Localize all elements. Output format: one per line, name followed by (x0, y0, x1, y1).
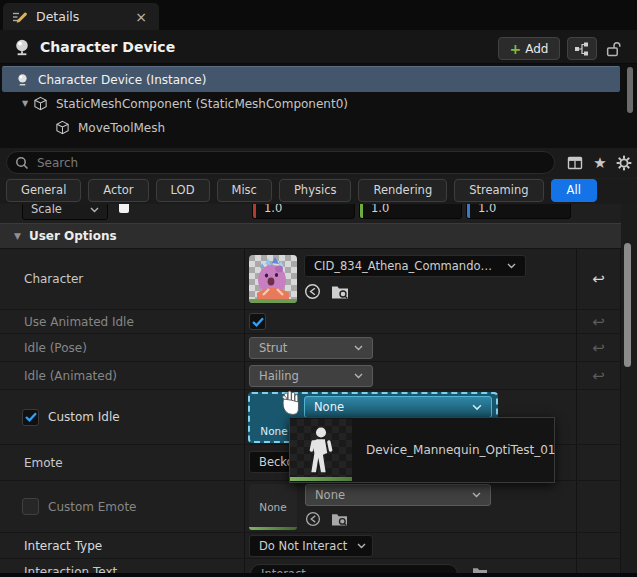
columns-icon[interactable] (566, 154, 584, 172)
reset-cell[interactable]: ↩ (577, 249, 621, 309)
custom-emote-thumbnail[interactable]: None (249, 484, 297, 530)
chevron-down-icon[interactable]: ▼ (20, 99, 30, 108)
property-label: Custom Emote (48, 500, 137, 514)
scale-lock-toggle[interactable] (119, 204, 129, 213)
tab-actor[interactable]: Actor (88, 179, 148, 202)
gear-icon[interactable] (615, 154, 633, 172)
custom-idle-value: None (314, 400, 344, 414)
mesh-cube-icon (33, 96, 49, 112)
custom-idle-dropdown[interactable]: None (304, 396, 492, 418)
custom-idle-checkbox[interactable] (22, 409, 39, 426)
scrollbar-track[interactable] (621, 204, 637, 577)
reset-to-default-icon[interactable]: ↩ (592, 313, 605, 331)
y-axis-color-bar (360, 204, 363, 218)
close-icon[interactable]: × (131, 10, 151, 24)
tab-rendering[interactable]: Rendering (358, 179, 447, 202)
character-thumbnail[interactable] (249, 255, 297, 303)
tree-scrollbar[interactable] (627, 67, 633, 113)
asset-type-color-strip (290, 477, 352, 481)
search-input[interactable] (35, 155, 519, 171)
property-label-group: Custom Emote (0, 481, 245, 532)
browse-asset-icon[interactable] (331, 512, 348, 531)
interact-type-value: Do Not Interact (259, 539, 347, 553)
tab-details[interactable]: Details × (3, 3, 159, 30)
reset-to-default-icon[interactable]: ↩ (592, 339, 605, 357)
reset-cell[interactable]: ↩ (577, 334, 621, 361)
tree-item-instance[interactable]: Character Device (Instance) (2, 66, 620, 92)
star-icon[interactable]: ★ (591, 154, 609, 172)
device-orb-icon (12, 37, 32, 57)
details-pencil-icon (11, 8, 29, 26)
property-value: Strut (246, 334, 577, 361)
node-graph-button[interactable] (567, 37, 597, 60)
scale-y-field[interactable]: 1.0 (359, 204, 462, 219)
mannequin-thumbnail (290, 419, 352, 481)
thumb-none-label: None (260, 425, 287, 437)
reset-cell (577, 445, 621, 480)
device-orb-icon (15, 72, 31, 88)
drag-asset-tooltip: Device_Mannequin_OptiTest_01 (289, 417, 555, 483)
scale-z-field[interactable]: 1.0 (466, 204, 571, 219)
tree-item-label: StaticMeshComponent (StaticMeshComponent… (56, 97, 348, 111)
custom-emote-dropdown[interactable]: None (305, 484, 491, 506)
row-custom-emote: Custom Emote None None (0, 481, 637, 533)
tab-general[interactable]: General (6, 179, 81, 202)
use-asset-icon[interactable] (304, 283, 321, 304)
search-box[interactable] (6, 151, 555, 174)
tab-bar: Details × (0, 0, 637, 30)
tree-item-staticmesh[interactable]: ▼ StaticMeshComponent (StaticMeshCompone… (20, 91, 637, 116)
row-idle-pose: Idle (Pose) Strut ↩ (0, 334, 637, 362)
scale-x-value: 1.0 (264, 204, 282, 215)
reset-to-default-icon[interactable]: ↩ (592, 270, 605, 288)
checkmark-icon (252, 317, 264, 327)
chevron-down-icon (472, 400, 482, 414)
tree-item-movetoolmesh[interactable]: MoveToolMesh (42, 115, 637, 140)
reset-cell[interactable]: ↩ (577, 310, 621, 333)
property-label: Use Animated Idle (0, 310, 245, 333)
component-tree: Character Device (Instance) ▼ StaticMesh… (0, 64, 637, 149)
use-asset-icon[interactable] (305, 511, 321, 531)
scale-mode-dropdown[interactable]: Scale (22, 204, 108, 220)
property-value: None None (246, 481, 577, 532)
page-title: Character Device (40, 39, 175, 55)
tab-title: Details (36, 9, 131, 24)
section-user-options[interactable]: ▼ User Options (0, 223, 637, 249)
dragged-asset-name: Device_Mannequin_OptiTest_01 (366, 443, 556, 457)
chevron-down-icon (472, 492, 481, 498)
scale-z-value: 1.0 (478, 204, 496, 215)
character-dropdown[interactable]: CID_834_Athena_Commando_M_Axl (304, 255, 526, 277)
scale-label: Scale (31, 204, 62, 216)
asset-type-color-strip (249, 527, 297, 530)
property-label: Idle (Animated) (0, 362, 245, 389)
row-use-animated-idle: Use Animated Idle ↩ (0, 310, 637, 334)
use-animated-idle-checkbox[interactable] (249, 313, 266, 330)
tab-lod[interactable]: LOD (156, 179, 210, 202)
tab-streaming[interactable]: Streaming (454, 179, 543, 202)
details-panel: Details × Character Device + Add (0, 0, 637, 577)
interact-type-dropdown[interactable]: Do Not Interact (249, 535, 373, 557)
reset-cell[interactable]: ↩ (577, 362, 621, 389)
tab-physics[interactable]: Physics (279, 179, 352, 202)
reset-cell (577, 533, 621, 558)
hand-drag-cursor (276, 389, 302, 415)
browse-asset-icon[interactable] (331, 284, 349, 304)
chevron-down-icon (357, 543, 366, 549)
thumb-none-label: None (259, 501, 286, 513)
reset-cell (577, 390, 621, 444)
idle-animated-dropdown[interactable]: Hailing (249, 365, 373, 387)
bottom-edge (0, 573, 637, 577)
scrollbar-thumb[interactable] (624, 243, 631, 367)
idle-pose-dropdown[interactable]: Strut (249, 337, 373, 359)
custom-emote-checkbox[interactable] (22, 498, 39, 515)
tab-all[interactable]: All (551, 179, 597, 202)
tree-item-label: MoveToolMesh (78, 121, 165, 135)
scale-row-clipped: Scale 1.0 1.0 1.0 (0, 204, 637, 223)
section-title: User Options (29, 229, 117, 243)
scale-x-field[interactable]: 1.0 (252, 204, 355, 219)
unlock-icon[interactable] (603, 38, 623, 58)
section-collapse-icon[interactable]: ▼ (14, 231, 21, 241)
reset-to-default-icon[interactable]: ↩ (592, 367, 605, 385)
add-button[interactable]: + Add (498, 37, 560, 60)
property-value: CID_834_Athena_Commando_M_Axl (246, 249, 577, 309)
tab-misc[interactable]: Misc (217, 179, 272, 202)
